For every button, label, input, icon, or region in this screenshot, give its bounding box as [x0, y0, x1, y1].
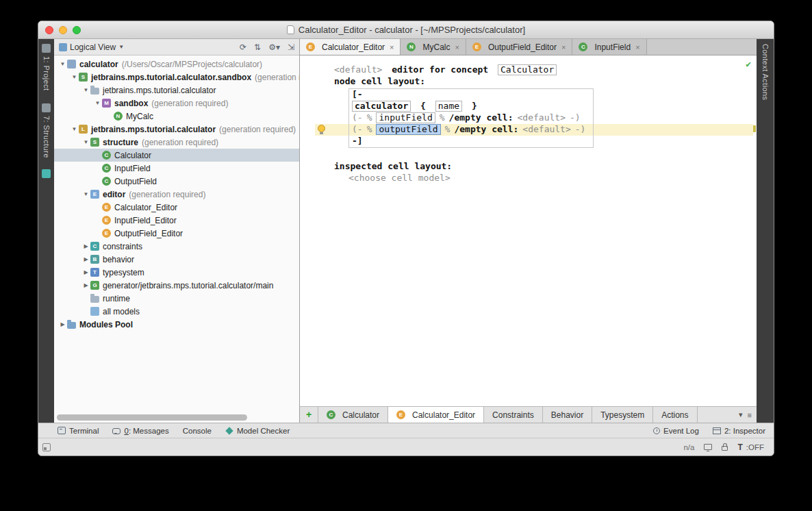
collection-open-cell[interactable]: [-	[352, 89, 363, 99]
aspect-tab[interactable]: Constraints	[484, 407, 543, 423]
cell-layout-block[interactable]: [- calculator { name } (-%inputField%/em…	[348, 88, 594, 148]
tree-item-label: calculator	[79, 60, 118, 69]
tree-item[interactable]: COutputField	[54, 175, 299, 188]
tree-item[interactable]: ▼Sstructure(generation required)	[54, 136, 299, 149]
tool-stripe-button[interactable]: Context Actions	[761, 39, 770, 108]
tree-item[interactable]: ▶Modules Pool	[54, 318, 299, 331]
tree-item[interactable]: EInputField_Editor	[54, 214, 299, 227]
tool-stripe-button[interactable]: 1: Project	[42, 39, 51, 99]
collapse-icon[interactable]: ▼	[81, 87, 90, 93]
tree-item[interactable]: ▼jetbrains.mps.tutorial.calculator	[54, 84, 299, 97]
editor-tab[interactable]: NMyCalc×	[401, 39, 466, 55]
tree-item[interactable]: all models	[54, 305, 299, 318]
tool-buttons-toggle-icon[interactable]	[42, 443, 51, 451]
settings-icon[interactable]: ⚙▾	[268, 43, 280, 51]
concept-icon: C	[327, 410, 335, 419]
collapse-icon[interactable]: ▼	[58, 61, 67, 67]
hide-panel-icon[interactable]: ⇲	[288, 43, 294, 51]
titlebar[interactable]: Calculator_Editor - calculator - [~/MPSP…	[38, 21, 774, 39]
concept-reference-cell[interactable]: Calculator	[498, 64, 557, 75]
tree-item[interactable]: ▼Msandbox(generation required)	[54, 97, 299, 110]
close-icon[interactable]: ×	[390, 43, 394, 51]
tree-item[interactable]: ▶Cconstraints	[54, 240, 299, 253]
structure-tool-icon	[42, 103, 51, 112]
expand-icon[interactable]: ▶	[58, 321, 67, 327]
hierarchy-icon[interactable]	[42, 169, 51, 178]
link-reference-cell[interactable]: inputField	[376, 112, 435, 123]
tree-item[interactable]: ▶Ggenerator/jetbrains.mps.tutorial.calcu…	[54, 279, 299, 292]
tool-stripe-button[interactable]: 7: Structure	[42, 99, 51, 166]
collapse-icon[interactable]: ▼	[81, 139, 90, 145]
tree-item[interactable]: NMyCalc	[54, 110, 299, 123]
horizontal-scrollbar[interactable]	[57, 414, 247, 421]
editor-tab[interactable]: CInputField×	[572, 39, 646, 55]
expand-icon[interactable]: ▶	[81, 256, 90, 262]
view-selector[interactable]: Logical View	[70, 42, 116, 52]
chevron-down-icon[interactable]: ▾	[739, 410, 743, 419]
collapse-icon[interactable]: ▼	[93, 100, 102, 106]
editor-modifier-cell[interactable]: <default>	[334, 64, 382, 75]
close-window-button[interactable]	[45, 26, 53, 34]
collapse-icon[interactable]: ▼	[81, 191, 90, 197]
ref-cell-row: (-%outputField%/empty cell:<default>-)	[349, 124, 593, 136]
project-icon	[67, 60, 76, 68]
tree-item[interactable]: ▼calculator(/Users/Oscar/MPSProjects/cal…	[54, 58, 299, 71]
error-stripe-mark[interactable]	[753, 125, 756, 132]
add-aspect-button[interactable]: +	[300, 407, 318, 423]
project-panel: Logical View ▼ ⟳ ⇅ ⚙▾ ⇲ ▼calculator(/Use…	[54, 39, 300, 423]
close-icon[interactable]: ×	[635, 43, 639, 51]
aspect-tab[interactable]: Actions	[653, 407, 697, 423]
tool-window-button[interactable]: Console	[183, 427, 212, 435]
collapse-all-icon[interactable]: ⇅	[254, 43, 261, 51]
minimize-window-button[interactable]	[59, 26, 67, 34]
tree-item[interactable]: ▼Eeditor(generation required)	[54, 188, 299, 201]
aspect-tab[interactable]: Typesystem	[592, 407, 653, 423]
percent-icon: %	[367, 112, 372, 123]
aspect-tab[interactable]: Behavior	[543, 407, 592, 423]
frame-lock-icon[interactable]	[704, 444, 712, 450]
link-reference-cell[interactable]: outputField	[376, 124, 440, 135]
sync-icon[interactable]: ⟳	[240, 43, 246, 51]
intention-bulb-icon[interactable]	[318, 125, 325, 132]
tree-item[interactable]: ▶Ttypesystem	[54, 266, 299, 279]
close-icon[interactable]: ×	[455, 43, 459, 51]
tree-item[interactable]: EOutputField_Editor	[54, 227, 299, 240]
collection-close-cell[interactable]: -]	[352, 136, 363, 146]
aspect-tab[interactable]: ECalculator_Editor	[388, 407, 484, 423]
tool-window-button[interactable]: Terminal	[58, 427, 99, 435]
tree-item-suffix: (generation required)	[219, 125, 296, 134]
tree-item[interactable]: CCalculator	[54, 149, 299, 162]
aspect-tab[interactable]: CCalculator	[318, 407, 388, 423]
typesystem-toggle[interactable]: T:OFF	[737, 443, 764, 452]
collapse-icon[interactable]: ▼	[70, 126, 79, 132]
tree-item[interactable]: ▼Sjetbrains.mps.tutorial.calculator.sand…	[54, 71, 299, 84]
tool-window-button[interactable]: Event Log	[653, 427, 699, 435]
tool-window-button[interactable]: 0: Messages	[112, 427, 168, 435]
expand-icon[interactable]: ▶	[81, 269, 90, 275]
expand-icon[interactable]: ▶	[81, 243, 90, 249]
editor[interactable]: ✔ <default> editor for concept Calculato…	[300, 55, 757, 406]
expand-icon[interactable]: ▶	[81, 282, 90, 288]
zoom-window-button[interactable]	[73, 26, 81, 34]
typesystem-aspect-icon: T	[90, 268, 99, 277]
close-icon[interactable]: ×	[561, 43, 566, 51]
tab-list-icon[interactable]: ≡	[748, 411, 752, 419]
default-cell[interactable]: <default>	[522, 124, 570, 134]
concept-name-cell[interactable]: calculator	[352, 101, 411, 112]
default-cell[interactable]: <default>	[518, 112, 566, 123]
property-cell[interactable]: name	[435, 101, 462, 112]
editor-tab[interactable]: ECalculator_Editor×	[300, 39, 401, 55]
tree-item[interactable]: runtime	[54, 292, 299, 305]
caret-position[interactable]: n/a	[683, 443, 694, 451]
tree-item[interactable]: ▶Bbehavior	[54, 253, 299, 266]
write-lock-icon[interactable]	[722, 446, 728, 451]
collapse-icon[interactable]: ▼	[70, 74, 79, 80]
tree-item[interactable]: CInputField	[54, 162, 299, 175]
tool-window-button[interactable]: Model Checker	[225, 427, 290, 435]
tree-item[interactable]: ECalculator_Editor	[54, 201, 299, 214]
tree-item[interactable]: ▼Ljetbrains.mps.tutorial.calculator(gene…	[54, 123, 299, 136]
tool-window-button[interactable]: 2: Inspector	[713, 427, 765, 435]
editor-tab[interactable]: EOutputField_Editor×	[466, 39, 573, 55]
choose-cell-model-cell[interactable]: <choose cell model>	[348, 173, 451, 183]
paren-close-cell: -)	[570, 112, 581, 123]
